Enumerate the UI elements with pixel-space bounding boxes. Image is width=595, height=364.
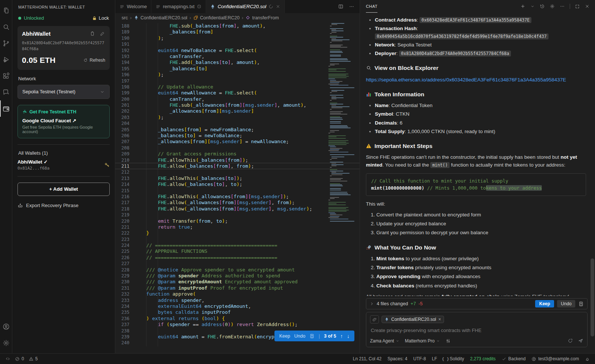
code-line: 226 // =================================… — [115, 255, 360, 261]
line-number: 221 — [115, 224, 135, 230]
faucet-description: Get free Sepolia ETH (requires Google ac… — [22, 125, 105, 134]
separator — [570, 4, 570, 9]
attached-file-chip[interactable]: ConfidentialERC20.sol × — [382, 316, 444, 323]
export-recovery-button[interactable]: Export Recovery Phrase — [17, 203, 110, 208]
more-actions-icon[interactable] — [560, 4, 565, 9]
resend-icon[interactable] — [567, 338, 573, 344]
code-line: 227 — [115, 261, 360, 267]
view-diff-icon[interactable] — [578, 301, 584, 307]
copy-address-icon[interactable] — [90, 31, 95, 36]
code-line: 205 _balances[from] = newFromBalance; — [115, 127, 360, 133]
problems-warnings[interactable]: 5 — [29, 356, 38, 361]
list-item: Convert the plaintext amount to encrypte… — [376, 211, 586, 219]
activity-wallet[interactable] — [0, 100, 12, 117]
tab-bar: Welcomeremappings.txtConfidentialERC20.s… — [115, 0, 360, 13]
status-item[interactable]: Backend — [502, 356, 526, 361]
add-wallet-button[interactable]: + Add Wallet — [17, 183, 110, 196]
lock-button[interactable]: Lock — [92, 15, 109, 21]
tab-remappings.txt[interactable]: remappings.txt — [151, 0, 206, 13]
attach-button[interactable] — [370, 315, 379, 323]
pinned-icon[interactable] — [197, 4, 202, 9]
previous-change-button[interactable]: ↑ — [340, 333, 343, 339]
code-line: 208 — [115, 145, 360, 151]
refresh-balance-button[interactable]: Refresh — [83, 58, 105, 63]
activity-extensions[interactable] — [0, 68, 12, 84]
status-item[interactable]: Ln 211, Col 42 — [353, 356, 382, 361]
wallet-list-item[interactable]: AbhiWallet ✓ 0x81A2...f68a — [17, 159, 110, 171]
history-icon[interactable] — [540, 4, 545, 9]
breadcrumb-item[interactable]: ConfidentialERC20 — [193, 15, 239, 20]
magnifier-icon — [366, 65, 372, 71]
model-select[interactable]: Matterhorn Pro — [405, 338, 440, 344]
status-item[interactable]: test3@example.com — [531, 356, 579, 361]
chevron-down-icon[interactable] — [530, 4, 535, 9]
key-icon[interactable] — [104, 162, 110, 168]
activity-account[interactable] — [0, 318, 12, 335]
gear-icon[interactable] — [550, 4, 555, 9]
undo-button[interactable]: Undo — [294, 334, 305, 339]
activity-explorer[interactable] — [0, 2, 12, 19]
line-number: 197 — [115, 78, 135, 84]
undo-all-button[interactable]: Undo — [557, 300, 575, 307]
bell-icon — [585, 357, 590, 361]
edit-wallet-icon[interactable] — [100, 31, 105, 36]
chat-scrollbar[interactable] — [591, 258, 594, 336]
activity-chat[interactable] — [0, 84, 12, 100]
keep-all-button[interactable]: Keep — [535, 300, 554, 307]
status-item[interactable]: { }Solidity — [443, 356, 464, 361]
activity-source-control[interactable] — [0, 35, 12, 51]
more-actions-icon[interactable] — [349, 4, 354, 9]
tab-ConfidentialERC20.sol[interactable]: ConfidentialERC20.sol — [206, 0, 285, 13]
code-editor[interactable]: 188 FHE.sub(_balances[from], amount),189… — [115, 22, 360, 353]
remote-indicator[interactable] — [5, 356, 10, 361]
chat-input-box[interactable]: ConfidentialERC20.sol × Create privacy-p… — [366, 312, 588, 347]
close-icon[interactable] — [276, 4, 280, 9]
tab-Welcome[interactable]: Welcome — [115, 0, 151, 13]
keep-button[interactable]: Keep — [279, 334, 290, 339]
line-number: 230 — [115, 279, 135, 285]
new-chat-icon[interactable] — [520, 4, 525, 9]
chevron-down-icon — [100, 89, 105, 94]
breadcrumb-item[interactable]: transferFrom — [245, 15, 279, 20]
code-line: 218 FHE.allow(_allowances[from][msg.send… — [115, 206, 360, 212]
chat-message-area[interactable]: Contract Address: 0x603428edEA3FeF61c348… — [360, 13, 595, 296]
tools-icon[interactable] — [446, 338, 451, 344]
chat-input[interactable]: Create privacy-preserving smart contract… — [371, 328, 583, 333]
network-select[interactable]: Sepolia Testnet (Testnet) — [17, 85, 110, 99]
editor-group: Welcomeremappings.txtConfidentialERC20.s… — [115, 0, 360, 353]
breadcrumb-separator: › — [130, 15, 132, 20]
status-item[interactable]: LF — [432, 356, 437, 361]
maximize-icon[interactable] — [575, 4, 580, 9]
agent-select[interactable]: Zama Agent — [370, 338, 399, 344]
expand-changes-icon[interactable] — [370, 302, 374, 306]
activity-settings[interactable] — [0, 335, 12, 351]
diff-file-icon[interactable] — [309, 334, 315, 339]
line-number: 216 — [115, 194, 135, 200]
minimap[interactable] — [327, 23, 357, 353]
split-editor-icon[interactable] — [338, 4, 344, 9]
status-item[interactable]: 2,273 credits — [470, 356, 496, 361]
chevron-down-icon — [436, 339, 440, 343]
status-item[interactable] — [585, 357, 590, 361]
remove-chip-icon[interactable]: × — [438, 317, 441, 322]
problems-errors[interactable]: 0 — [15, 356, 24, 361]
activity-search[interactable] — [0, 19, 12, 35]
breadcrumb-item[interactable]: src — [122, 15, 128, 20]
status-item[interactable]: UTF-8 — [413, 356, 426, 361]
activity-run-debug[interactable] — [0, 51, 12, 68]
line-number: 233 — [115, 297, 135, 303]
close-icon[interactable] — [585, 4, 590, 9]
tab-label: remappings.txt — [163, 4, 194, 9]
code-line: 236 ) external returns (bool) { — [115, 316, 360, 322]
faucet-link[interactable]: Google Cloud Faucet ↗ — [22, 118, 105, 123]
files-changed-bar: 4 files changed +7 -5 Keep Undo — [366, 298, 588, 309]
status-item[interactable]: Spaces: 4 — [387, 356, 407, 361]
tab-chat[interactable]: CHAT — [366, 0, 377, 13]
etherscan-link[interactable]: https://sepolia.etherscan.io/address/0x6… — [366, 76, 586, 84]
breadcrumb-item[interactable]: ConfidentialERC20.sol — [134, 15, 187, 20]
wallet-item-name: AbhiWallet ✓ — [17, 159, 49, 165]
code-line: 213 FHE.allowThis(_balances[to]); — [115, 175, 360, 181]
send-button[interactable] — [578, 338, 583, 344]
next-change-button[interactable]: ↓ — [347, 333, 350, 339]
line-number: 239 — [115, 334, 135, 340]
